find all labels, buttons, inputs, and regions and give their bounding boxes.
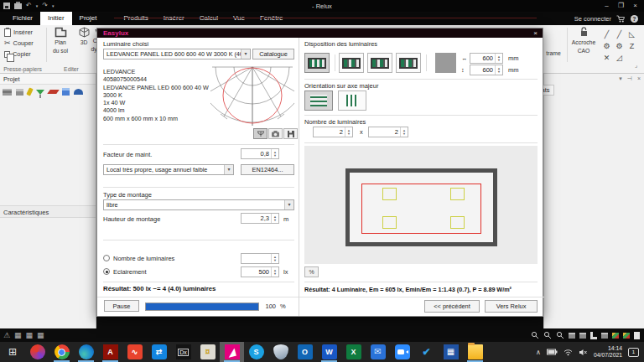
illuminance-value[interactable]: 500	[243, 267, 269, 277]
grid-view-item[interactable]: ▦	[14, 331, 22, 339]
outlook-taskbar-icon[interactable]: O	[293, 342, 317, 362]
norm-button[interactable]: EN12464...	[241, 164, 294, 175]
count-x-stepper[interactable]: 2 ▲▼	[313, 127, 353, 137]
start-button[interactable]: ⊞	[0, 342, 25, 362]
pause-button[interactable]: Pause	[104, 300, 139, 312]
count-x-value[interactable]: 2	[315, 127, 343, 137]
view-cube2-icon[interactable]	[579, 333, 586, 339]
illuminance-stepper[interactable]: 500 ▲▼	[241, 266, 279, 277]
stepper-arrows-icon[interactable]: ▲▼	[271, 267, 278, 277]
explorer-taskbar-icon[interactable]	[463, 342, 487, 362]
sign-in-link[interactable]: Se connecter	[574, 15, 611, 23]
mail-taskbar-icon[interactable]: ✉	[366, 342, 390, 362]
relux-taskbar-icon[interactable]: ◢	[220, 342, 244, 362]
zoom-fit-icon[interactable]	[556, 331, 564, 339]
mounting-height-value[interactable]: 2,3	[243, 214, 269, 223]
menu-tab[interactable]: Calcul	[192, 12, 226, 25]
spacing-x-stepper[interactable]: 600 ▲▼	[470, 53, 503, 64]
warning-item[interactable]: ⚠	[3, 331, 10, 339]
draw-line2-item[interactable]: ╱	[613, 28, 626, 40]
battery-icon[interactable]	[547, 349, 558, 355]
shield-app-taskbar-icon[interactable]	[268, 342, 293, 362]
edge-taskbar-icon[interactable]	[74, 342, 98, 362]
previous-button[interactable]: << précédent	[424, 300, 480, 313]
help-icon[interactable]: ?	[631, 15, 638, 23]
print-icon[interactable]	[14, 3, 22, 9]
acrobat-taskbar-icon[interactable]: A	[98, 342, 122, 362]
layers-icon[interactable]	[3, 89, 12, 96]
gear2-item[interactable]: ⚙	[613, 40, 626, 52]
characteristics-header[interactable]: Caractéristiques	[0, 205, 96, 218]
spacing-x-value[interactable]: 600	[472, 54, 493, 63]
stepper-arrows-icon[interactable]: ▲▼	[495, 54, 502, 63]
menu-tab[interactable]: Vue	[226, 12, 252, 25]
mounting-type-select[interactable]: libre	[103, 199, 294, 210]
luminaire-count-stepper[interactable]: ▲▼	[241, 253, 279, 264]
stepper-arrows-icon[interactable]: ▲▼	[345, 127, 352, 137]
luminaire-icon[interactable]	[26, 87, 33, 96]
copy-button[interactable]: Copier	[4, 49, 31, 59]
spacing-y-value[interactable]: 600	[472, 65, 493, 75]
swirl-app-taskbar-icon[interactable]	[25, 342, 49, 362]
grid-view3-item[interactable]: ▦	[37, 331, 44, 339]
stepper-arrows-icon[interactable]: ▲▼	[271, 214, 278, 223]
environment-select[interactable]: Local très propre, usage annuel faible	[103, 164, 234, 175]
catalogue-button[interactable]: Catalogue	[252, 49, 294, 59]
group-expander-icon[interactable]: ⌟	[635, 62, 637, 69]
skype-taskbar-icon[interactable]: S	[244, 342, 268, 362]
undo-icon[interactable]: ↶	[26, 2, 32, 9]
zoom-app-taskbar-icon[interactable]	[390, 342, 414, 362]
arrangement-col-button[interactable]	[367, 53, 392, 73]
menu-tab[interactable]: Insérer	[156, 12, 192, 25]
luminaire-count-value[interactable]	[243, 254, 269, 263]
maintenance-factor-value[interactable]: 0,8	[243, 149, 269, 158]
menu-tab[interactable]: Projet	[72, 12, 105, 25]
view-cube-icon[interactable]	[569, 333, 575, 339]
illuminance-radio[interactable]	[103, 268, 110, 275]
close-button[interactable]: ×	[628, 0, 642, 12]
arrangement-grid-button[interactable]	[304, 53, 330, 73]
surface-icon[interactable]	[47, 90, 60, 94]
to-relux-button[interactable]: Vers Relux	[485, 300, 538, 313]
zoom-in-icon[interactable]	[531, 331, 539, 339]
spacing-y-stepper[interactable]: 600 ▲▼	[470, 65, 503, 75]
trame-button[interactable]: trame	[542, 27, 565, 57]
dx-app-taskbar-icon[interactable]: Dx	[171, 342, 195, 362]
redo-caret-icon[interactable]: ▾	[52, 3, 55, 8]
count-y-value[interactable]: 2	[371, 127, 398, 137]
report-page-icon[interactable]	[634, 332, 640, 339]
notification-center-icon[interactable]: 1	[628, 348, 639, 357]
stepper-arrows-icon[interactable]: ▲▼	[495, 65, 502, 75]
mounting-height-stepper[interactable]: 2,3 ▲▼	[241, 213, 279, 224]
luminaire-count-radio-label[interactable]: Nombre de luminaires	[113, 255, 174, 262]
luminaire-count-radio[interactable]	[103, 255, 110, 261]
save-photometry-button[interactable]	[283, 128, 298, 139]
menu-tab[interactable]: Initier	[40, 12, 72, 25]
chrome-taskbar-icon[interactable]	[49, 342, 74, 362]
speaker-icon[interactable]	[579, 349, 588, 356]
red-app-taskbar-icon[interactable]: ∿	[122, 342, 147, 362]
plan-view-icon[interactable]	[590, 332, 597, 339]
luminaire-select[interactable]: LEDVANCE PANEL LED 600 600 40 W 3000 K (…	[103, 49, 251, 59]
stepper-arrows-icon[interactable]: ▲▼	[271, 149, 278, 158]
undo-caret-icon[interactable]: ▾	[36, 3, 39, 8]
corner-item[interactable]: ◿	[613, 52, 626, 64]
count-y-stepper[interactable]: 2 ▲▼	[368, 127, 408, 137]
wifi-icon[interactable]	[564, 349, 573, 356]
draw-line-item[interactable]: ╱	[600, 28, 613, 40]
dome-icon[interactable]	[74, 89, 83, 95]
sensor-icon[interactable]	[36, 90, 44, 95]
menu-tab[interactable]: Fenêtre	[252, 12, 291, 25]
stepper-arrows-icon[interactable]: ▲▼	[400, 127, 408, 137]
delete-item[interactable]: ✕	[600, 52, 613, 64]
arrangement-row-button[interactable]	[339, 53, 364, 73]
illuminance-radio-label[interactable]: Eclairement	[113, 268, 147, 276]
restore-button[interactable]: ❐	[614, 0, 628, 12]
maintenance-factor-stepper[interactable]: 0,8 ▲▼	[241, 148, 279, 159]
dialog-close-icon[interactable]: ×	[533, 29, 538, 37]
save-icon[interactable]	[3, 3, 10, 9]
object-icon[interactable]	[62, 88, 70, 96]
render-cube2-icon[interactable]	[623, 333, 630, 339]
teamviewer-taskbar-icon[interactable]: ⇄	[147, 342, 171, 362]
menu-tab[interactable]: Fichier	[5, 12, 40, 25]
